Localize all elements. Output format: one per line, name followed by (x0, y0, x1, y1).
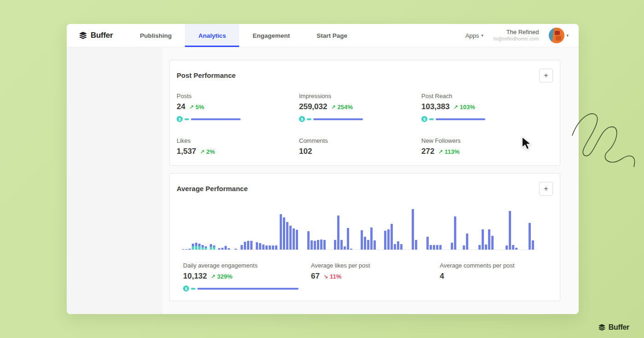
account-info[interactable]: The Refined hi@refindhome.com (494, 29, 539, 42)
metric-value-line: 4 (440, 272, 562, 281)
bar (259, 243, 261, 250)
tab-publishing[interactable]: Publishing (126, 24, 185, 47)
bar (293, 228, 295, 250)
tab-analytics[interactable]: Analytics (185, 24, 239, 47)
bar (272, 245, 274, 250)
channel-avatar-icon: $ (177, 116, 183, 122)
metric-change-value: 11% (330, 273, 341, 280)
bar (451, 243, 453, 250)
metric-change: ↗254% (331, 104, 352, 111)
stacked-bar (195, 243, 197, 250)
bar (283, 217, 285, 250)
bar (485, 245, 487, 250)
metric-value: 4 (440, 272, 444, 281)
bar (189, 249, 191, 250)
bar (512, 245, 514, 250)
bar (235, 249, 237, 250)
bar (182, 249, 184, 250)
average-performance-card: Average Performance + Daily average enga… (169, 173, 560, 301)
metric-label: Likes (177, 137, 299, 144)
stacked-bar (198, 244, 201, 250)
bar (532, 240, 534, 250)
metric-value-line: 103,383↗103% (421, 102, 544, 111)
bar (364, 237, 366, 250)
bar (491, 236, 494, 250)
metric-value: 259,032 (299, 102, 327, 111)
bar (529, 223, 531, 250)
stacked-bar (201, 245, 204, 250)
bar (269, 245, 271, 250)
metric-value-line: 272↗113% (421, 147, 544, 156)
bar (340, 240, 343, 250)
bar (310, 240, 313, 250)
chevron-down-icon: ▾ (481, 33, 483, 38)
current-period-bar (191, 118, 241, 120)
chart-panel-average-likes-per-post (307, 209, 418, 250)
post-performance-card: Post Performance + Posts24↗5%$Impression… (169, 60, 560, 166)
bar (185, 249, 188, 250)
bar (370, 227, 373, 250)
buffer-layers-icon (79, 31, 87, 40)
stacked-bar (213, 245, 215, 250)
metric-value-line: 102 (299, 147, 421, 156)
chevron-down-icon: ▾ (566, 33, 569, 38)
channel-avatar-icon: $ (299, 116, 305, 122)
bar (466, 233, 468, 250)
trend-up-icon: ↗ (211, 274, 215, 280)
bar (367, 240, 369, 250)
metric-new-followers: New Followers272↗113% (421, 137, 544, 156)
bar (289, 226, 292, 250)
metric-posts: Posts24↗5%$ (177, 93, 299, 122)
previous-period-bar (429, 118, 434, 120)
comparison-bar: $ (177, 116, 299, 122)
top-nav: Buffer PublishingAnalyticsEngagementStar… (67, 24, 579, 47)
post-performance-title: Post Performance (177, 69, 236, 79)
metric-value: 67 (311, 272, 320, 281)
apps-label: Apps (466, 32, 479, 39)
bar (394, 244, 396, 250)
bar (256, 242, 258, 250)
bar (241, 245, 243, 250)
buffer-logo[interactable]: Buffer (67, 24, 126, 47)
bar (426, 237, 429, 250)
bar (275, 245, 277, 250)
bar (314, 241, 316, 250)
squiggle-doodle (571, 105, 640, 174)
metric-label: Average comments per post (440, 262, 562, 269)
previous-period-bar (191, 288, 196, 290)
metric-label: Daily average engagements (183, 262, 311, 269)
trend-up-icon: ↗ (453, 104, 458, 111)
add-widget-button[interactable]: + (539, 69, 553, 82)
bar (436, 245, 438, 250)
bar (463, 245, 465, 250)
bar (347, 228, 349, 250)
account-email: hi@refindhome.com (494, 36, 539, 42)
metric-value: 102 (299, 147, 312, 156)
metric-value: 10,132 (183, 272, 207, 281)
add-widget-button[interactable]: + (539, 182, 553, 196)
bar (374, 240, 376, 250)
stacked-bar (210, 244, 212, 250)
current-period-bar (436, 118, 485, 120)
bar-chart (177, 209, 551, 250)
metric-change: ↘11% (323, 273, 341, 280)
avatar (549, 28, 564, 43)
bar (391, 224, 393, 250)
tab-start-page[interactable]: Start Page (303, 24, 361, 47)
tab-engagement[interactable]: Engagement (239, 24, 303, 47)
account-menu[interactable]: ▾ (549, 28, 569, 43)
post-performance-metrics: Posts24↗5%$Impressions259,032↗254%$Post … (177, 93, 551, 156)
apps-menu[interactable]: Apps ▾ (466, 32, 483, 39)
metric-value: 24 (177, 102, 185, 111)
metric-value: 103,383 (421, 102, 449, 111)
metric-change-value: 254% (338, 104, 353, 111)
metric-label: Average likes per post (311, 262, 440, 269)
metric-comments: Comments102 (299, 137, 421, 156)
account-name: The Refined (494, 29, 539, 36)
metric-label: New Followers (421, 137, 544, 144)
comparison-bar: $ (183, 286, 311, 291)
metric-label: Comments (299, 137, 421, 144)
metric-change: ↗5% (189, 104, 204, 111)
trend-up-icon: ↗ (200, 149, 205, 155)
metric-value-line: 67↘11% (311, 272, 440, 281)
